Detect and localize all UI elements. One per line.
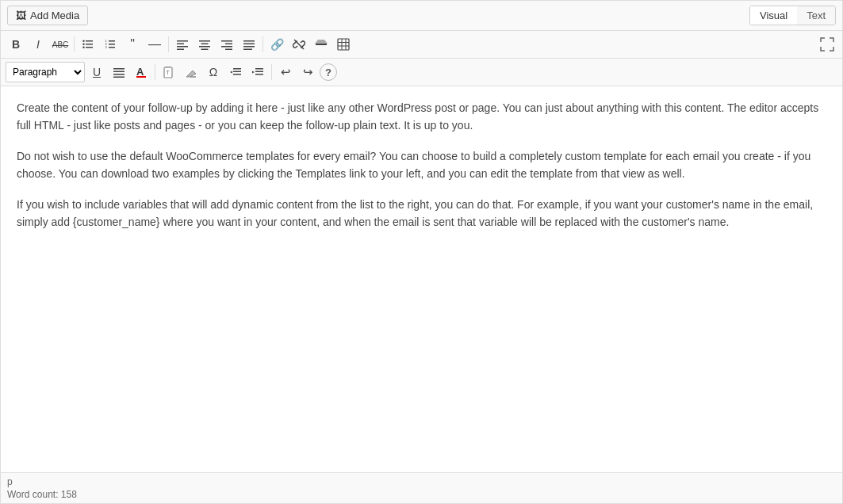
svg-marker-30: [315, 40, 328, 44]
svg-text:A: A: [136, 66, 144, 78]
svg-rect-38: [113, 74, 125, 75]
svg-rect-19: [201, 49, 209, 51]
strikethrough-button[interactable]: ABC: [50, 34, 71, 55]
svg-rect-51: [255, 68, 263, 70]
unlink-button[interactable]: [289, 34, 309, 55]
justify-button[interactable]: [109, 62, 129, 82]
svg-point-5: [82, 47, 84, 48]
svg-rect-6: [109, 40, 115, 42]
svg-rect-22: [221, 46, 232, 48]
svg-rect-41: [136, 76, 146, 78]
toolbar-row1: B I ABC 123 " — 🔗: [1, 31, 842, 59]
redo-button[interactable]: ↪: [297, 62, 318, 82]
divider-5: [271, 64, 272, 80]
indent-icon: [252, 67, 263, 78]
undo-button[interactable]: ↩: [275, 62, 296, 82]
ol-icon: 123: [105, 39, 116, 50]
word-count-value: 158: [61, 489, 77, 500]
justify-icon: [113, 67, 125, 78]
fullscreen-icon: [820, 37, 834, 52]
align-justify-icon: [243, 39, 255, 50]
align-right-button[interactable]: [216, 34, 237, 55]
svg-rect-24: [243, 40, 255, 42]
read-more-icon: [315, 38, 328, 51]
read-more-button[interactable]: [311, 34, 331, 55]
paste-text-icon: T: [163, 66, 175, 78]
divider-1: [74, 36, 75, 52]
unordered-list-button[interactable]: [78, 34, 98, 55]
hr-button[interactable]: —: [144, 34, 165, 55]
table-button[interactable]: [333, 34, 354, 55]
link-button[interactable]: 🔗: [266, 34, 287, 55]
text-color-button[interactable]: A: [131, 62, 151, 82]
toolbar-row2: Paragraph Heading 1 Heading 2 Heading 3 …: [1, 59, 842, 86]
divider-2: [168, 36, 169, 52]
help-button[interactable]: ?: [320, 63, 337, 81]
add-media-button[interactable]: 🖼 Add Media: [7, 6, 88, 25]
editor-wrapper: 🖼 Add Media Visual Text B I ABC 123 " —: [0, 0, 843, 504]
view-tabs: Visual Text: [749, 6, 836, 25]
svg-rect-2: [86, 47, 93, 48]
svg-marker-54: [252, 71, 255, 74]
content-paragraph-3: If you wish to include variables that wi…: [17, 196, 826, 231]
paste-as-text-button[interactable]: T: [159, 62, 179, 82]
svg-marker-45: [186, 71, 196, 77]
svg-rect-12: [177, 40, 188, 42]
svg-rect-36: [113, 68, 125, 70]
svg-rect-15: [177, 49, 184, 51]
bold-button[interactable]: B: [6, 34, 26, 55]
divider-4: [155, 64, 155, 80]
svg-text:T: T: [167, 70, 171, 75]
indent-button[interactable]: [247, 62, 268, 82]
align-right-icon: [221, 39, 232, 50]
svg-point-3: [82, 40, 84, 42]
svg-rect-1: [86, 44, 93, 45]
editor-content[interactable]: Create the content of your follow-up by …: [1, 86, 842, 472]
align-justify-button[interactable]: [239, 34, 259, 55]
text-color-icon: A: [135, 66, 148, 78]
svg-rect-49: [233, 74, 241, 75]
svg-rect-52: [255, 71, 263, 73]
top-bar: 🖼 Add Media Visual Text: [1, 1, 842, 31]
svg-rect-18: [199, 46, 210, 48]
svg-rect-21: [225, 44, 232, 45]
svg-rect-37: [113, 71, 125, 73]
svg-rect-0: [86, 40, 93, 42]
align-left-button[interactable]: [172, 34, 193, 55]
svg-rect-47: [233, 68, 241, 70]
svg-point-4: [82, 44, 84, 45]
table-icon: [337, 38, 350, 51]
align-left-icon: [177, 39, 188, 50]
fullscreen-button[interactable]: [817, 34, 837, 55]
ul-icon: [82, 39, 94, 50]
svg-rect-7: [109, 44, 115, 45]
tab-visual[interactable]: Visual: [750, 6, 797, 25]
footer-wordcount: Word count: 158: [7, 489, 836, 500]
outdent-icon: [230, 67, 241, 78]
special-char-button[interactable]: Ω: [203, 62, 224, 82]
blockquote-button[interactable]: ": [122, 34, 143, 55]
format-select[interactable]: Paragraph Heading 1 Heading 2 Heading 3 …: [6, 62, 85, 82]
svg-rect-25: [243, 44, 255, 45]
italic-button[interactable]: I: [28, 34, 48, 55]
clear-formatting-button[interactable]: [181, 62, 201, 82]
align-center-button[interactable]: [194, 34, 215, 55]
ordered-list-button[interactable]: 123: [100, 34, 121, 55]
content-paragraph-2: Do not wish to use the default WooCommer…: [17, 147, 826, 183]
eraser-icon: [185, 66, 197, 78]
svg-text:3: 3: [105, 45, 108, 49]
underline-button[interactable]: U: [86, 62, 107, 82]
tab-text[interactable]: Text: [797, 6, 835, 25]
svg-rect-48: [233, 71, 241, 73]
footer-path: p: [7, 476, 836, 487]
svg-rect-39: [113, 77, 125, 78]
svg-rect-23: [225, 49, 232, 51]
align-center-icon: [199, 39, 210, 50]
unlink-icon: [293, 38, 305, 51]
svg-rect-17: [201, 44, 209, 45]
editor-footer: p Word count: 158: [1, 472, 842, 503]
svg-rect-14: [177, 46, 188, 48]
content-paragraph-1: Create the content of your follow-up by …: [17, 99, 826, 135]
outdent-button[interactable]: [225, 62, 246, 82]
svg-rect-16: [199, 40, 210, 42]
